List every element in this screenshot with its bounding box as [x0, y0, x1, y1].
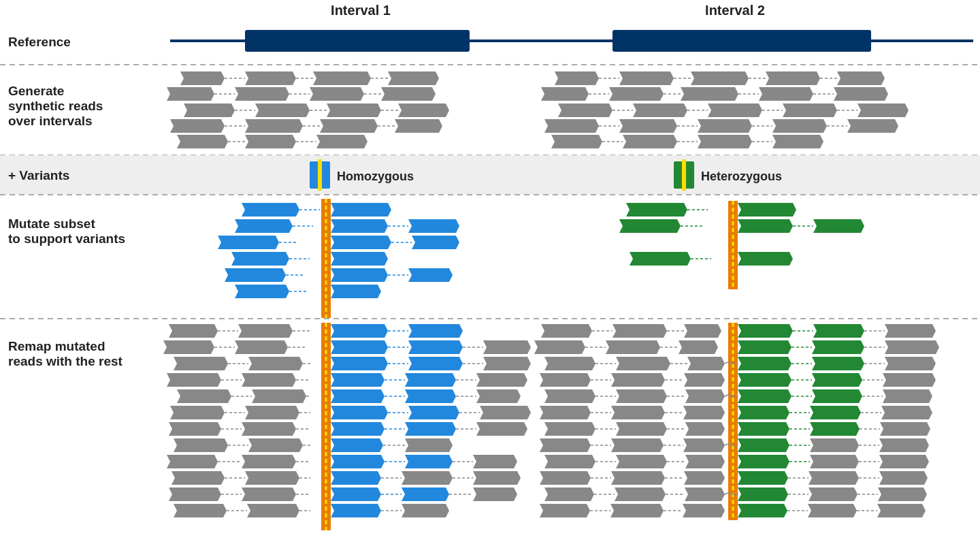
- svg-marker-257: [616, 389, 667, 403]
- svg-marker-285: [540, 438, 591, 452]
- svg-marker-123: [331, 340, 388, 354]
- svg-marker-29: [177, 135, 228, 148]
- svg-marker-189: [172, 471, 225, 485]
- mixed-reads-interval1-remap: [163, 324, 531, 517]
- svg-marker-134: [408, 357, 463, 370]
- svg-marker-109: [630, 252, 691, 266]
- svg-marker-157: [245, 406, 299, 419]
- svg-marker-245: [540, 373, 591, 387]
- svg-marker-154: [476, 389, 521, 403]
- svg-marker-232: [812, 340, 864, 354]
- svg-marker-315: [544, 487, 594, 501]
- svg-marker-47: [681, 87, 738, 101]
- svg-marker-118: [408, 324, 463, 338]
- mutate-label-1: Mutate subset: [8, 217, 95, 231]
- svg-marker-45: [609, 87, 664, 101]
- svg-marker-49: [759, 87, 813, 101]
- svg-marker-262: [812, 389, 862, 403]
- svg-marker-164: [169, 422, 221, 436]
- svg-marker-7: [388, 71, 439, 85]
- interval1-label: Interval 1: [331, 3, 391, 18]
- svg-marker-229: [679, 340, 718, 354]
- svg-marker-299: [685, 455, 725, 468]
- svg-marker-332: [808, 504, 857, 517]
- svg-marker-249: [684, 373, 725, 387]
- svg-marker-325: [540, 504, 590, 517]
- svg-marker-170: [405, 422, 456, 436]
- svg-marker-168: [331, 422, 385, 436]
- svg-marker-222: [813, 324, 864, 338]
- svg-marker-42: [837, 71, 885, 85]
- svg-marker-193: [331, 471, 381, 485]
- svg-marker-114: [238, 324, 293, 338]
- svg-marker-125: [408, 340, 463, 354]
- svg-marker-239: [687, 357, 725, 370]
- svg-marker-51: [834, 87, 888, 101]
- svg-marker-79: [331, 203, 391, 217]
- svg-marker-52: [558, 103, 612, 117]
- svg-marker-61: [544, 119, 599, 133]
- svg-marker-60: [858, 103, 909, 117]
- svg-marker-225: [534, 340, 585, 354]
- svg-marker-234: [885, 340, 939, 354]
- svg-marker-207: [174, 504, 227, 517]
- svg-marker-188: [473, 455, 517, 468]
- svg-marker-98: [235, 285, 289, 298]
- svg-marker-329: [683, 504, 725, 517]
- svg-marker-290: [738, 438, 789, 452]
- svg-marker-235: [544, 357, 595, 370]
- svg-marker-22: [170, 119, 225, 133]
- svg-marker-31: [245, 135, 296, 148]
- svg-marker-119: [163, 340, 214, 354]
- svg-marker-184: [331, 455, 385, 468]
- svg-marker-211: [331, 504, 381, 517]
- svg-marker-282: [810, 422, 860, 436]
- svg-marker-155: [170, 406, 225, 419]
- svg-marker-14: [381, 87, 436, 101]
- svg-marker-40: [766, 71, 820, 85]
- svg-marker-180: [167, 455, 218, 468]
- svg-marker-269: [683, 406, 725, 419]
- svg-marker-172: [476, 422, 527, 436]
- orange-bar-interval1: [321, 199, 331, 318]
- svg-marker-272: [810, 406, 861, 419]
- svg-marker-116: [331, 324, 388, 338]
- svg-marker-255: [544, 389, 595, 403]
- svg-marker-204: [402, 487, 449, 501]
- svg-marker-136: [483, 357, 531, 370]
- svg-marker-12: [310, 87, 364, 101]
- svg-marker-275: [544, 422, 595, 436]
- svg-marker-322: [808, 487, 858, 501]
- svg-marker-95: [331, 268, 388, 282]
- variants-bg: [0, 155, 980, 195]
- svg-marker-77: [242, 203, 299, 217]
- heterozygous-text: Heterozygous: [701, 170, 782, 183]
- svg-marker-224: [885, 324, 936, 338]
- svg-marker-206: [473, 487, 517, 501]
- svg-marker-92: [331, 252, 388, 266]
- svg-marker-302: [810, 455, 859, 468]
- svg-marker-19: [327, 103, 381, 117]
- svg-marker-173: [174, 438, 228, 452]
- svg-marker-8: [167, 87, 214, 101]
- svg-marker-145: [476, 373, 527, 387]
- mutate-label-2: to support variants: [8, 231, 125, 246]
- interval1-block: [245, 30, 470, 52]
- svg-marker-166: [242, 422, 296, 436]
- svg-marker-128: [174, 357, 228, 370]
- svg-marker-252: [812, 373, 862, 387]
- svg-marker-314: [879, 471, 928, 485]
- svg-marker-111: [738, 252, 793, 266]
- svg-marker-146: [177, 389, 231, 403]
- svg-marker-85: [218, 236, 279, 249]
- svg-marker-143: [405, 373, 456, 387]
- svg-marker-21: [398, 103, 449, 117]
- svg-marker-304: [879, 455, 929, 468]
- svg-marker-43: [541, 87, 589, 101]
- heterozygous-icon-stripe: [682, 159, 686, 191]
- svg-marker-100: [331, 285, 381, 298]
- svg-marker-69: [847, 119, 898, 133]
- svg-marker-227: [606, 340, 660, 354]
- svg-marker-334: [877, 504, 926, 517]
- svg-marker-320: [738, 487, 788, 501]
